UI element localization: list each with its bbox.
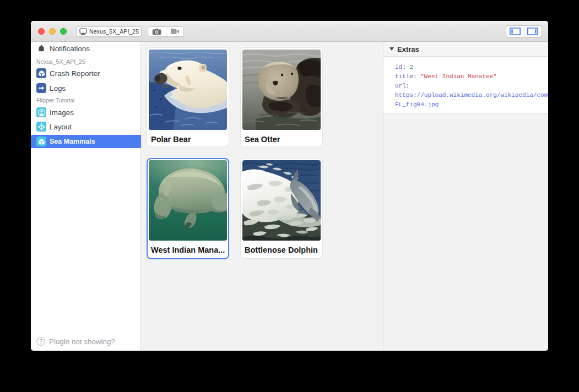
svg-text:?: ? xyxy=(39,339,42,345)
